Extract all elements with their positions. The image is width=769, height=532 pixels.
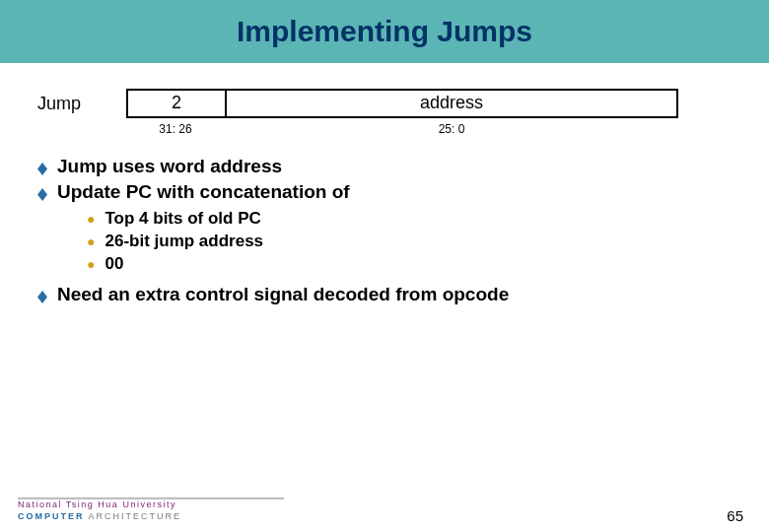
diamond-bullet-icon: ◆	[37, 159, 47, 178]
bit-range-row: 31: 26 25: 0	[126, 122, 678, 136]
circle-bullet-icon: ●	[87, 256, 95, 272]
instruction-format-row: Jump 2 address	[37, 89, 732, 118]
department-name: COMPUTERARCHITECTURE	[18, 512, 284, 522]
bullet-item: ◆ Jump uses word address	[37, 156, 732, 177]
sub-bullet-text: 00	[105, 254, 123, 274]
circle-bullet-icon: ●	[87, 211, 95, 227]
diamond-bullet-icon: ◆	[37, 287, 47, 306]
sub-bullet-text: 26-bit jump address	[105, 232, 263, 251]
page-number: 65	[727, 507, 743, 524]
slide-content: Jump 2 address 31: 26 25: 0 ◆ Jump uses …	[0, 63, 769, 532]
slide-title: Implementing Jumps	[0, 0, 769, 63]
slide: Implementing Jumps Jump 2 address 31: 26…	[0, 0, 769, 532]
dept-part2: ARCHITECTURE	[89, 511, 182, 521]
bullet-text: Jump uses word address	[57, 156, 282, 177]
slide-footer: National Tsing Hua University COMPUTERAR…	[0, 498, 769, 522]
bullet-item: ◆ Update PC with concatenation of	[37, 181, 732, 203]
sub-bullet-item: ● 26-bit jump address	[87, 232, 732, 251]
sub-bullet-item: ● 00	[87, 254, 732, 274]
university-name: National Tsing Hua University	[18, 500, 284, 510]
bullet-item: ◆ Need an extra control signal decoded f…	[37, 284, 732, 305]
diamond-bullet-icon: ◆	[37, 184, 47, 204]
bullet-text: Update PC with concatenation of	[57, 181, 350, 203]
sub-bullet-item: ● Top 4 bits of old PC	[87, 209, 732, 229]
sub-bullet-text: Top 4 bits of old PC	[105, 209, 260, 229]
opcode-bits-label: 31: 26	[126, 122, 225, 136]
instruction-label: Jump	[37, 94, 126, 114]
footer-logo: National Tsing Hua University COMPUTERAR…	[18, 498, 284, 522]
circle-bullet-icon: ●	[87, 233, 95, 249]
address-cell: address	[227, 91, 676, 116]
address-bits-label: 25: 0	[225, 122, 678, 136]
dept-part1: COMPUTER	[18, 511, 85, 521]
bullet-list: ◆ Jump uses word address ◆ Update PC wit…	[37, 156, 732, 305]
instruction-table: 2 address	[126, 89, 678, 118]
footer-divider	[18, 498, 284, 499]
bullet-text: Need an extra control signal decoded fro…	[57, 284, 509, 305]
opcode-cell: 2	[128, 91, 227, 116]
sub-bullet-list: ● Top 4 bits of old PC ● 26-bit jump add…	[87, 209, 732, 274]
